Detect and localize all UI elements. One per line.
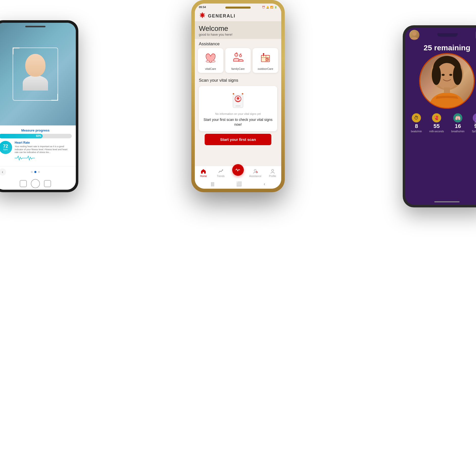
- face-scan-area: [0, 23, 76, 125]
- start-scan-text: Start your first scan to check your vita…: [203, 117, 273, 127]
- assistance-title: Assistance: [195, 39, 281, 48]
- breaths-value: 16: [455, 123, 461, 129]
- svg-rect-25: [444, 88, 450, 93]
- nav-profile-label: Profile: [269, 175, 276, 178]
- nav-home[interactable]: Home: [197, 168, 210, 178]
- nav-home-label: Home: [200, 175, 207, 178]
- heart-rate-desc: Your resting heart rate is important as …: [15, 145, 72, 154]
- progress-label: 60%: [36, 135, 41, 137]
- assistance-icon: [252, 168, 258, 174]
- spo2-unit: SpO2 (%): [472, 130, 476, 133]
- vital-section: No information on your vital signs yet S…: [195, 84, 281, 147]
- svg-point-0: [201, 14, 203, 16]
- user-avatar[interactable]: [409, 30, 419, 40]
- right-bottom: [405, 134, 476, 205]
- outdoor-care-label: outdoorCare: [258, 67, 273, 70]
- dot-3: [38, 171, 40, 173]
- nav-profile[interactable]: Profile: [266, 168, 279, 178]
- milliseconds-value: 55: [434, 123, 440, 129]
- vital-care-label: vitalCare: [205, 67, 216, 70]
- nav-assistance-label: Assistance: [249, 175, 261, 178]
- outdoor-care-card[interactable]: outdoorCare: [253, 48, 278, 73]
- hr-text-content: Heart Rate Your resting heart rate is im…: [15, 141, 72, 162]
- milliseconds-unit: milli-seconds: [429, 130, 444, 133]
- svg-point-16: [272, 169, 274, 171]
- family-care-card[interactable]: familyCare: [225, 48, 251, 73]
- svg-point-12: [233, 93, 234, 95]
- care-cards: vitalCare familyCare: [195, 48, 281, 75]
- status-time: 09:54: [199, 6, 206, 9]
- info-section: Measure progress 60% 72 bpm Heart Rate Y…: [0, 125, 76, 166]
- center-phone-speaker: [225, 7, 251, 9]
- beats-icon: ⏱: [412, 113, 421, 122]
- home-indicator-right: [434, 201, 460, 202]
- svg-point-2: [211, 60, 215, 62]
- face-scan-frame: [13, 48, 58, 101]
- android-recent[interactable]: ‹: [264, 181, 265, 187]
- svg-point-7: [263, 53, 265, 55]
- scan-btn[interactable]: [232, 164, 244, 176]
- face-head: [25, 54, 45, 77]
- progress-bar-fill: 60%: [0, 134, 43, 138]
- nav-center-scan[interactable]: [231, 168, 245, 176]
- camera-bump: [437, 33, 458, 37]
- remaining-count: 25 remaining: [405, 41, 476, 53]
- eagle-icon: [199, 12, 206, 20]
- svg-point-21: [432, 65, 441, 85]
- vital-scan-card: No information on your vital signs yet S…: [199, 86, 277, 131]
- android-back[interactable]: |||: [211, 181, 214, 187]
- scan-section-title: Scan your vital signs: [195, 75, 281, 84]
- beats-unit: beats/min: [411, 130, 422, 133]
- heart-rate-section: 72 bpm Heart Rate Your resting heart rat…: [0, 141, 72, 162]
- wifi-icon: 📶: [270, 6, 273, 9]
- scan-icon: [229, 90, 247, 110]
- app-header: GENERALI: [195, 10, 281, 21]
- stat-milliseconds: 🫀 55 milli-seconds: [429, 113, 444, 133]
- dot-2: [34, 171, 36, 173]
- svg-point-10: [237, 97, 239, 100]
- app-content: GENERALI Welcome good to have you here! …: [195, 10, 281, 166]
- android-nav: ||| ⬜ ‹: [195, 179, 281, 189]
- breaths-icon: 🫁: [453, 113, 462, 122]
- dot-1: [31, 171, 33, 173]
- vital-care-icon: [203, 51, 218, 66]
- svg-point-15: [254, 169, 256, 171]
- stat-breaths: 🫁 16 breaths/min: [451, 113, 464, 133]
- android-home[interactable]: ⬜: [236, 181, 242, 187]
- svg-point-13: [242, 93, 243, 95]
- volume-icon: 🔔: [266, 6, 269, 9]
- breaths-unit: breaths/min: [451, 130, 464, 133]
- stat-beats: ⏱ 8 beats/min: [411, 113, 422, 133]
- left-phone-speaker: [25, 26, 45, 27]
- face-person: [13, 48, 58, 100]
- face-body: [23, 75, 48, 91]
- vital-care-card[interactable]: vitalCare: [198, 48, 223, 73]
- center-bottom-nav: Home Trends: [195, 166, 281, 179]
- phone-right: 25 remaining ✕: [403, 25, 476, 207]
- outdoor-care-icon: [258, 51, 273, 66]
- brand-name: GENERALI: [208, 13, 235, 19]
- home-indicator-left: [0, 178, 76, 190]
- svg-point-14: [222, 169, 223, 170]
- face-photo: [420, 54, 474, 108]
- nav-trends[interactable]: Trends: [214, 168, 228, 178]
- start-scan-button[interactable]: Start your first scan: [205, 134, 271, 145]
- back-arrow[interactable]: ‹: [0, 168, 6, 176]
- hr-number: 72: [3, 144, 8, 148]
- nav-assistance[interactable]: Assistance: [248, 168, 262, 178]
- page-dots: [31, 171, 40, 173]
- svg-point-4: [239, 55, 242, 57]
- generali-logo: GENERALI: [199, 12, 235, 20]
- svg-point-22: [453, 65, 462, 85]
- alarm-icon: ⏰: [262, 6, 265, 9]
- phone-center: 09:54 ⏰ 🔔 📶 🔋 GENERALI: [191, 0, 285, 192]
- no-info-text: No information on your vital signs yet: [215, 112, 261, 115]
- family-care-icon: [230, 51, 246, 66]
- left-bottom-nav: ‹: [0, 166, 76, 178]
- heart-rate-title: Heart Rate: [15, 141, 72, 144]
- hr-circle: 72 bpm: [0, 141, 12, 154]
- recent-btn: [44, 180, 51, 187]
- svg-point-17: [412, 32, 416, 36]
- home-btn: [31, 179, 40, 188]
- face-silhouette: [20, 54, 51, 94]
